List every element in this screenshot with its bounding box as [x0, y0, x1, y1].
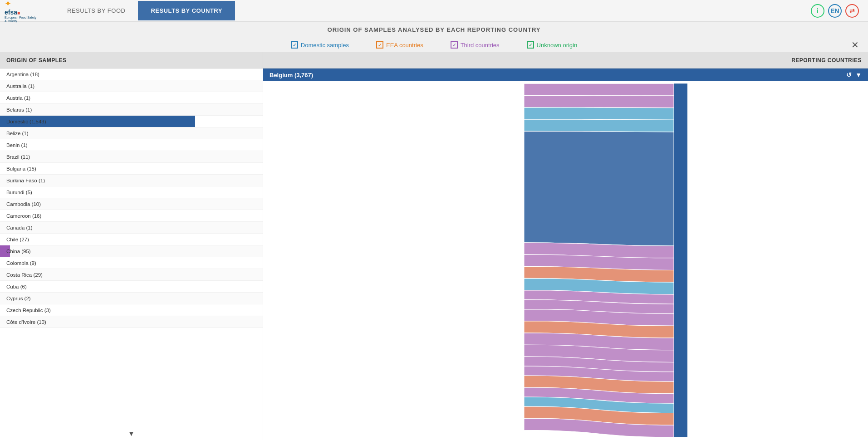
origin-item-label: Brazil (11) — [6, 154, 79, 160]
origin-list[interactable]: Argentina (18)Australia (1)Austria (1)Be… — [0, 68, 263, 427]
origin-item-label: Chile (27) — [6, 237, 79, 242]
origin-item-label: Cyprus (2) — [6, 296, 79, 301]
origin-item-label: Austria (1) — [6, 95, 79, 101]
chart-panel: REPORTING COUNTRIES Belgium (3,767) ↺ ▼ — [263, 52, 868, 440]
language-icon[interactable]: EN — [828, 4, 842, 18]
list-item[interactable]: Costa Rica (29) — [0, 269, 263, 281]
origin-item-label: Belize (1) — [6, 131, 79, 136]
list-item[interactable]: Argentina (18) — [0, 68, 263, 80]
reporting-panel-header: REPORTING COUNTRIES — [263, 52, 868, 68]
unknown-checkbox[interactable]: ✓ — [527, 41, 534, 49]
close-button[interactable]: ✕ — [851, 39, 859, 50]
unknown-label: Unknown origin — [537, 42, 578, 49]
eea-label: EEA countries — [386, 42, 423, 49]
selected-country-name: Belgium (3,767) — [270, 72, 313, 78]
list-item[interactable]: Belize (1) — [0, 127, 263, 139]
scroll-down-arrow[interactable]: ▼ — [128, 430, 135, 437]
list-item[interactable]: Australia (1) — [0, 80, 263, 92]
country-header: Belgium (3,767) ↺ ▼ — [263, 68, 868, 81]
origin-item-label: Belarus (1) — [6, 107, 79, 112]
tab-results-by-country[interactable]: RESULTS BY COUNTRY — [138, 1, 235, 20]
origin-item-label: Australia (1) — [6, 83, 79, 89]
origin-item-label: China (95) — [6, 249, 79, 254]
page-title: ORIGIN OF SAMPLES ANALYSED BY EACH REPOR… — [0, 22, 868, 38]
header-icons: i EN ⇄ — [811, 4, 859, 18]
list-item[interactable]: Benin (1) — [0, 139, 263, 151]
list-item[interactable]: Colombia (9) — [0, 257, 263, 269]
list-item[interactable]: Cameroon (16) — [0, 210, 263, 222]
domestic-label: Domestic samples — [301, 42, 349, 49]
origin-item-label: Cameroon (16) — [6, 213, 79, 219]
origin-item-label: Cuba (6) — [6, 284, 79, 289]
list-item[interactable]: Chile (27) — [0, 234, 263, 245]
legend-unknown[interactable]: ✓ Unknown origin — [527, 41, 578, 49]
list-item[interactable]: Canada (1) — [0, 222, 263, 234]
list-item[interactable]: Czech Republic (3) — [0, 304, 263, 316]
origin-item-label: Domestic (1,543) — [6, 119, 79, 124]
legend: ✓ Domestic samples ✓ EEA countries ✓ Thi… — [0, 38, 868, 52]
scroll-indicator[interactable]: ▼ — [0, 427, 263, 440]
origin-panel-header: ORIGIN OF SAMPLES — [0, 52, 263, 68]
nav-tabs: RESULTS BY FOOD RESULTS BY COUNTRY — [54, 1, 235, 20]
sankey-chart — [263, 81, 868, 437]
origin-panel: ORIGIN OF SAMPLES Argentina (18)Australi… — [0, 52, 263, 440]
tab-results-by-food[interactable]: RESULTS BY FOOD — [54, 1, 138, 20]
svg-rect-0 — [674, 83, 687, 437]
list-item[interactable]: Cuba (6) — [0, 281, 263, 293]
app-header: ✦ efsa■ European Food Safety Authority R… — [0, 0, 868, 22]
origin-item-label: Burundi (5) — [6, 190, 79, 195]
list-item[interactable]: Cyprus (2) — [0, 293, 263, 304]
origin-item-label: Côte d'Ivoire (10) — [6, 319, 79, 325]
origin-item-label: Burkina Faso (1) — [6, 178, 79, 183]
share-icon[interactable]: ⇄ — [845, 4, 859, 18]
list-item[interactable]: China (95) — [0, 245, 263, 257]
origin-item-label: Costa Rica (29) — [6, 272, 79, 278]
domestic-checkbox[interactable]: ✓ — [291, 41, 298, 49]
list-item[interactable]: Domestic (1,543) — [0, 116, 263, 127]
list-item[interactable]: Burundi (5) — [0, 186, 263, 198]
origin-item-label: Canada (1) — [6, 225, 79, 230]
country-header-icons: ↺ ▼ — [846, 71, 862, 78]
eea-checkbox[interactable]: ✓ — [376, 41, 383, 49]
third-checkbox[interactable]: ✓ — [451, 41, 458, 49]
origin-item-label: Bulgaria (15) — [6, 166, 79, 171]
list-item[interactable]: Cambodia (10) — [0, 198, 263, 210]
list-item[interactable]: Bulgaria (15) — [0, 163, 263, 175]
list-item[interactable]: Burkina Faso (1) — [0, 175, 263, 186]
origin-item-label: Cambodia (10) — [6, 201, 79, 207]
info-icon[interactable]: i — [811, 4, 824, 18]
origin-item-label: Argentina (18) — [6, 72, 79, 77]
logo-icon: ✦ — [5, 0, 11, 9]
list-item[interactable]: Belarus (1) — [0, 104, 263, 116]
logo: ✦ efsa■ European Food Safety Authority — [5, 0, 41, 23]
list-item[interactable]: Austria (1) — [0, 92, 263, 104]
legend-domestic[interactable]: ✓ Domestic samples — [291, 41, 349, 49]
list-item[interactable]: Brazil (11) — [0, 151, 263, 163]
list-item[interactable]: Côte d'Ivoire (10) — [0, 316, 263, 328]
legend-eea[interactable]: ✓ EEA countries — [376, 41, 423, 49]
third-label: Third countries — [461, 42, 500, 49]
logo-name: efsa■ — [5, 9, 20, 16]
legend-third[interactable]: ✓ Third countries — [451, 41, 500, 49]
main-content: ORIGIN OF SAMPLES Argentina (18)Australi… — [0, 52, 868, 440]
origin-item-label: Benin (1) — [6, 142, 79, 148]
origin-item-label: Colombia (9) — [6, 260, 79, 266]
logo-subtext: European Food Safety Authority — [5, 16, 41, 23]
refresh-icon[interactable]: ↺ — [846, 71, 852, 78]
dropdown-icon[interactable]: ▼ — [855, 71, 862, 78]
origin-item-label: Czech Republic (3) — [6, 308, 79, 313]
